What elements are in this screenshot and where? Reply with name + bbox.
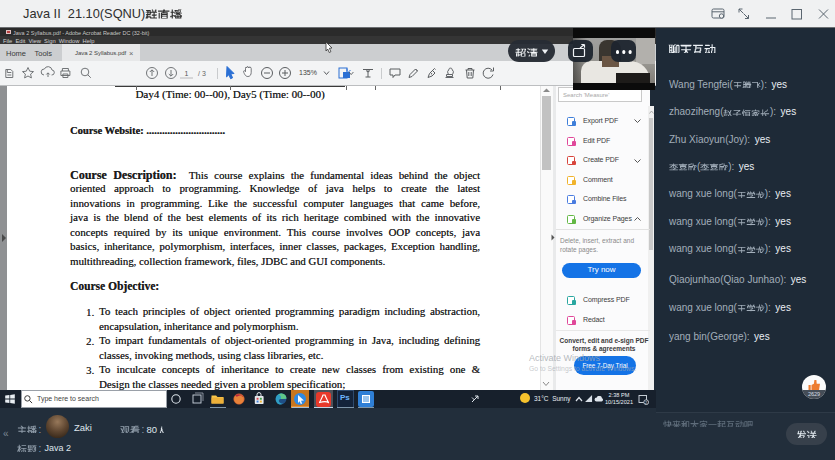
- svg-text:135%: 135%: [299, 69, 317, 76]
- svg-text:1: 1: [185, 70, 189, 77]
- svg-text:/ 3: / 3: [198, 70, 206, 77]
